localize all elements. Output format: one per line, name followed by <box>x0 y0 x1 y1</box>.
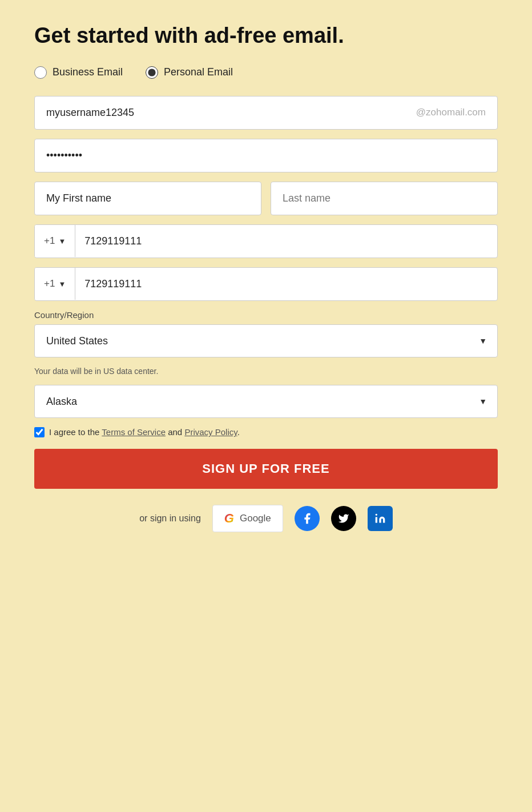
country-label: Country/Region <box>34 310 498 320</box>
state-select[interactable]: Alaska Alabama Arizona Arkansas Californ… <box>35 385 497 417</box>
primary-phone-input[interactable] <box>75 225 497 258</box>
signup-button[interactable]: SIGN UP FOR FREE <box>34 449 498 489</box>
or-text: or sign in using <box>139 513 201 524</box>
primary-phone-code: +1 <box>44 235 55 247</box>
agree-suffix: . <box>237 427 240 437</box>
data-center-note: Your data will be in US data center. <box>34 367 498 376</box>
agree-checkbox[interactable] <box>34 427 45 437</box>
last-name-input[interactable] <box>271 182 498 215</box>
first-name-input[interactable] <box>34 182 261 215</box>
agree-text: I agree to the Terms of Service and Priv… <box>49 427 240 437</box>
agree-row: I agree to the Terms of Service and Priv… <box>34 427 498 437</box>
secondary-phone-chevron-icon: ▼ <box>58 280 66 288</box>
secondary-phone-group: +1 ▼ <box>34 267 498 301</box>
name-group <box>34 182 498 215</box>
personal-email-label: Personal Email <box>164 66 233 78</box>
secondary-phone-wrapper: +1 ▼ <box>34 267 498 301</box>
twitter-signin-button[interactable] <box>331 506 356 531</box>
username-wrapper: @zohomail.com <box>34 96 498 130</box>
secondary-phone-code: +1 <box>44 278 55 290</box>
twitter-icon <box>338 513 349 524</box>
primary-phone-chevron-icon: ▼ <box>58 237 66 246</box>
password-input[interactable] <box>34 139 498 172</box>
state-select-wrapper: Alaska Alabama Arizona Arkansas Californ… <box>34 385 498 418</box>
state-group: Alaska Alabama Arizona Arkansas Californ… <box>34 385 498 418</box>
business-email-option[interactable]: Business Email <box>34 66 123 79</box>
business-email-label: Business Email <box>53 66 123 78</box>
linkedin-icon <box>374 513 386 524</box>
business-email-radio[interactable] <box>34 66 47 79</box>
google-signin-button[interactable]: G Google <box>212 505 283 532</box>
username-group: @zohomail.com <box>34 96 498 130</box>
country-group: United States Canada United Kingdom Aust… <box>34 324 498 357</box>
facebook-signin-button[interactable] <box>295 506 320 531</box>
agree-prefix: I agree to the <box>49 427 102 437</box>
facebook-icon <box>301 512 313 525</box>
privacy-policy-link[interactable]: Privacy Policy <box>184 427 237 437</box>
primary-phone-wrapper: +1 ▼ <box>34 224 498 258</box>
username-input[interactable] <box>46 97 416 129</box>
country-select[interactable]: United States Canada United Kingdom Aust… <box>35 325 497 357</box>
email-domain: @zohomail.com <box>416 107 486 118</box>
secondary-phone-code-selector[interactable]: +1 ▼ <box>35 268 75 300</box>
personal-email-option[interactable]: Personal Email <box>146 66 233 79</box>
primary-phone-code-selector[interactable]: +1 ▼ <box>35 225 75 257</box>
svg-point-0 <box>375 513 377 515</box>
agree-middle: and <box>166 427 184 437</box>
google-icon: G <box>224 511 234 526</box>
google-label: Google <box>240 513 271 524</box>
social-signin-section: or sign in using G Google <box>34 505 498 532</box>
linkedin-signin-button[interactable] <box>368 506 393 531</box>
primary-phone-group: +1 ▼ <box>34 224 498 258</box>
terms-of-service-link[interactable]: Terms of Service <box>102 427 166 437</box>
country-select-wrapper: United States Canada United Kingdom Aust… <box>34 324 498 357</box>
password-group <box>34 139 498 172</box>
email-type-selector: Business Email Personal Email <box>34 66 498 79</box>
page-title: Get started with ad-free email. <box>34 23 498 49</box>
personal-email-radio[interactable] <box>146 66 158 79</box>
secondary-phone-input[interactable] <box>75 268 497 300</box>
